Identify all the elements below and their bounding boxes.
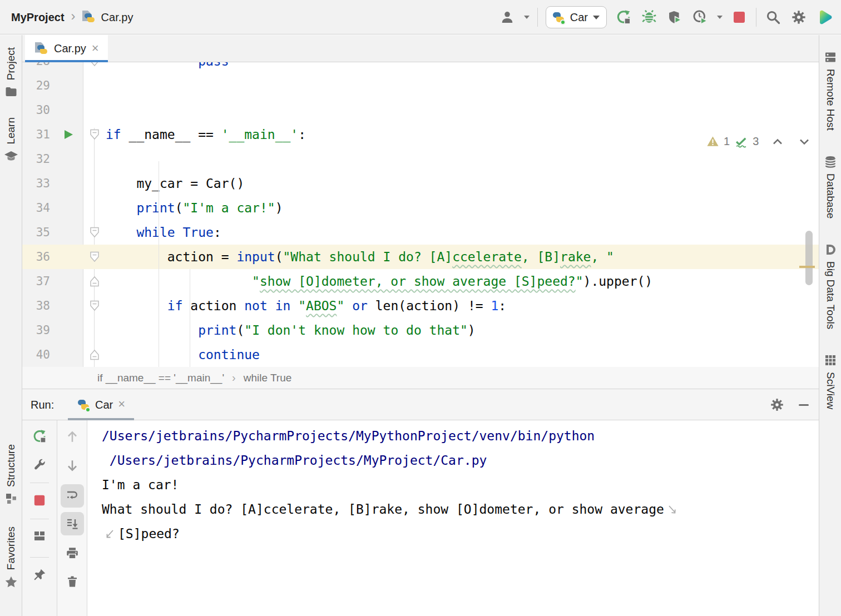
fold-marker-icon[interactable] [90,300,100,311]
console-line[interactable]: /Users/jetbrains/PycharmProjects/MyProje… [102,448,819,473]
code-line[interactable]: 39 print("I don't know how to do that") [22,318,819,342]
code-line[interactable]: 29 [22,73,819,98]
inspections-widget[interactable]: 1 3 [706,135,811,148]
layout-icon[interactable] [33,529,46,543]
line-number[interactable]: 35 [22,220,53,245]
gutter-fold-column[interactable] [83,122,106,147]
run-configuration-select[interactable]: Car [546,6,607,28]
run-settings-gear-icon[interactable] [770,398,784,412]
console-line[interactable]: What should I do? [A]ccelerate, [B]rake,… [102,497,819,521]
code-line[interactable]: 36 action = input("What should I do? [A]… [22,245,819,269]
code-line[interactable]: 31if __name__ == '__main__': [22,122,819,147]
code-line[interactable]: 30 [22,98,819,122]
line-number[interactable]: 32 [22,147,53,171]
line-number[interactable]: 38 [22,294,53,318]
sidebar-item-learn[interactable]: Learn [4,117,18,163]
rerun-button[interactable] [615,8,632,26]
tab-car-py[interactable]: Car.py × [25,35,108,62]
sidebar-item-database[interactable]: Database [824,155,837,218]
profiler-dropdown-icon[interactable] [717,16,723,19]
code-text[interactable]: my_car = Car() [106,171,244,196]
code-line[interactable]: 32 [22,147,819,171]
profiler-button[interactable] [691,8,709,26]
line-number[interactable]: 30 [22,98,53,122]
gutter-fold-column[interactable] [83,220,106,245]
console-line[interactable]: I'm a car! [102,473,819,497]
down-arrow-icon[interactable] [65,459,80,473]
line-number[interactable]: 34 [22,196,53,220]
rerun-button[interactable] [32,429,47,444]
breadcrumb-item[interactable]: while True [244,372,292,384]
code-text[interactable]: print("I don't know how to do that") [106,318,476,342]
code-text[interactable]: action = input("What should I do? [A]cce… [106,245,614,269]
console-line[interactable]: /Users/jetbrains/PycharmProjects/MyPytho… [102,424,819,448]
line-number[interactable]: 29 [22,73,53,98]
line-number[interactable]: 33 [22,171,53,196]
code-line[interactable]: 38 if action not in "ABOS" or len(action… [22,294,819,318]
code-line[interactable]: 34 print("I'm a car!") [22,196,819,220]
prev-problem-chevron-icon[interactable] [771,135,784,148]
up-arrow-icon[interactable] [65,429,80,444]
code-text[interactable]: while True: [106,220,221,245]
line-number[interactable]: 36 [22,245,53,269]
code-text[interactable]: "show [O]dometer, or show average [S]pee… [106,269,652,294]
run-line-icon[interactable] [63,129,74,140]
print-icon[interactable] [65,546,80,560]
space-icon[interactable] [815,8,833,26]
pin-icon[interactable] [32,568,47,582]
debug-button[interactable] [640,8,658,26]
user-dropdown-icon[interactable] [524,16,530,19]
code-text[interactable]: if action not in "ABOS" or len(action) !… [106,294,506,318]
soft-wrap-toggle[interactable] [61,484,84,508]
sidebar-item-big-data-tools[interactable]: Big Data Tools [824,243,837,329]
sidebar-item-favorites[interactable]: Favorites [3,526,19,589]
stop-button[interactable] [730,8,748,26]
console-line[interactable]: [S]peed? [102,521,819,546]
code-line[interactable]: 37 "show [O]dometer, or show average [S]… [22,269,819,294]
fold-marker-icon[interactable] [90,227,100,238]
fold-marker-icon[interactable] [90,129,100,140]
gutter-fold-column[interactable] [83,294,106,318]
gutter-run-column[interactable] [53,122,83,147]
line-number[interactable]: 37 [22,269,53,294]
search-everywhere-icon[interactable] [764,8,782,26]
code-editor[interactable]: 28 pass293031if __name__ == '__main__':3… [22,62,819,367]
hide-tool-window-icon[interactable] [799,404,809,406]
fold-marker-icon[interactable] [90,62,100,67]
code-line[interactable]: 40 continue [22,342,819,367]
code-line[interactable]: 28 pass [22,62,819,73]
settings-gear-icon[interactable] [790,8,808,26]
run-with-coverage-button[interactable] [666,8,684,26]
fold-marker-icon[interactable] [90,251,100,262]
clear-all-trash-icon[interactable] [66,575,79,588]
line-number[interactable]: 39 [22,318,53,342]
gutter-fold-column[interactable] [83,62,106,73]
sidebar-item-structure[interactable]: Structure [4,444,18,505]
stop-button[interactable] [33,494,46,506]
run-console[interactable]: /Users/jetbrains/PycharmProjects/MyPytho… [87,420,819,616]
line-number[interactable]: 31 [22,122,53,147]
sidebar-item-remote-host[interactable]: Remote Host [824,51,837,131]
code-text[interactable]: pass [106,62,229,73]
code-text[interactable]: continue [106,342,260,367]
line-number[interactable]: 28 [22,62,53,73]
run-tab-car[interactable]: Car × [68,389,134,420]
close-icon[interactable]: × [118,398,125,411]
editor-scrollbar[interactable] [805,231,813,285]
gutter-fold-column[interactable] [83,245,106,269]
close-icon[interactable]: × [92,42,99,56]
code-line[interactable]: 35 while True: [22,220,819,245]
next-problem-chevron-icon[interactable] [798,135,811,148]
line-number[interactable]: 40 [22,342,53,367]
fold-marker-icon[interactable] [90,349,100,360]
scroll-to-end-toggle[interactable] [61,512,84,535]
project-name[interactable]: MyProject [11,11,65,24]
error-stripe-warning-mark[interactable] [799,266,815,268]
code-text[interactable]: if __name__ == '__main__': [106,122,306,147]
gutter-fold-column[interactable] [83,269,106,294]
breadcrumb-file-name[interactable]: Car.py [101,11,133,24]
sidebar-item-sciview[interactable]: SciView [824,354,837,409]
gutter-fold-column[interactable] [83,342,106,367]
code-line[interactable]: 33 my_car = Car() [22,171,819,196]
wrench-icon[interactable] [32,458,47,472]
